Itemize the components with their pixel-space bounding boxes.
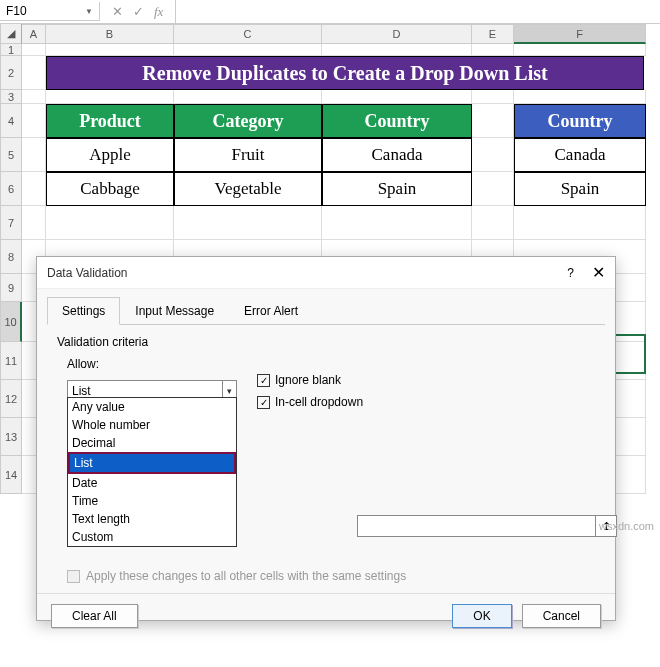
row-header[interactable]: 1	[0, 44, 22, 56]
cell[interactable]: Cabbage	[46, 172, 174, 206]
source-row: ↥	[357, 515, 617, 537]
col-header[interactable]: A	[22, 24, 46, 44]
row-header[interactable]: 4	[0, 104, 22, 138]
select-all-cell[interactable]: ◢	[0, 24, 22, 44]
row-header[interactable]: 12	[0, 380, 22, 418]
cell[interactable]: Apple	[46, 138, 174, 172]
cell[interactable]: Canada	[322, 138, 472, 172]
help-button[interactable]: ?	[567, 266, 574, 280]
apply-checkbox-disabled	[67, 570, 80, 583]
cell[interactable]: Canada	[514, 138, 646, 172]
table-header[interactable]: Product	[46, 104, 174, 138]
table-header[interactable]: Country	[514, 104, 646, 138]
checkbox-checked-icon: ✓	[257, 396, 270, 409]
dialog-titlebar[interactable]: Data Validation ? ✕	[37, 257, 615, 289]
dropdown-item[interactable]: Any value	[68, 398, 236, 416]
row-header[interactable]: 3	[0, 90, 22, 104]
formula-bar: F10 ▼ ✕ ✓ fx	[0, 0, 660, 24]
cancel-button[interactable]: Cancel	[522, 604, 601, 628]
dropdown-item-selected[interactable]: List	[68, 452, 236, 474]
table-header[interactable]: Country	[322, 104, 472, 138]
col-header[interactable]: C	[174, 24, 322, 44]
fx-icon[interactable]: fx	[154, 4, 163, 20]
ok-button[interactable]: OK	[452, 604, 511, 628]
cell[interactable]: Fruit	[174, 138, 322, 172]
checkbox-checked-icon: ✓	[257, 374, 270, 387]
accept-formula-icon[interactable]: ✓	[133, 4, 144, 19]
ignore-blank-checkbox[interactable]: ✓ Ignore blank	[257, 373, 363, 387]
name-box-value: F10	[6, 4, 27, 18]
tab-settings[interactable]: Settings	[47, 297, 120, 325]
dropdown-item[interactable]: Decimal	[68, 434, 236, 452]
table-header[interactable]: Category	[174, 104, 322, 138]
dialog-tabs: Settings Input Message Error Alert	[47, 297, 605, 325]
allow-label: Allow:	[67, 357, 595, 371]
column-headers: A B C D E F	[22, 24, 660, 44]
tab-input-message[interactable]: Input Message	[120, 297, 229, 324]
dialog-body: Validation criteria Allow: List ▾ ✓ Igno…	[37, 325, 615, 593]
row-header[interactable]: 7	[0, 206, 22, 240]
cell[interactable]: Vegetable	[174, 172, 322, 206]
criteria-label: Validation criteria	[57, 335, 595, 349]
dialog-buttons: Clear All OK Cancel	[37, 593, 615, 638]
allow-dropdown-list: Any value Whole number Decimal List Date…	[67, 397, 237, 547]
close-icon[interactable]: ✕	[592, 263, 605, 282]
row-header[interactable]: 2	[0, 56, 22, 90]
allow-value: List	[72, 384, 91, 398]
cell[interactable]: Spain	[322, 172, 472, 206]
watermark: wsxdn.com	[599, 520, 654, 532]
row-header[interactable]: 14	[0, 456, 22, 494]
row-headers: ◢ 1 2 3 4 5 6 7 8 9 10 11 12 13 14	[0, 24, 22, 494]
col-header[interactable]: E	[472, 24, 514, 44]
source-input[interactable]	[357, 515, 596, 537]
row-header[interactable]: 5	[0, 138, 22, 172]
apply-changes-row: Apply these changes to all other cells w…	[67, 569, 595, 583]
ignore-blank-label: Ignore blank	[275, 373, 341, 387]
col-header[interactable]: B	[46, 24, 174, 44]
row-header[interactable]: 8	[0, 240, 22, 274]
incell-dropdown-checkbox[interactable]: ✓ In-cell dropdown	[257, 395, 363, 409]
row-header-active[interactable]: 10	[0, 302, 22, 342]
formula-bar-icons: ✕ ✓ fx	[100, 4, 175, 20]
tab-error-alert[interactable]: Error Alert	[229, 297, 313, 324]
chevron-down-icon[interactable]: ▼	[85, 7, 93, 16]
incell-label: In-cell dropdown	[275, 395, 363, 409]
cell[interactable]: Spain	[514, 172, 646, 206]
dropdown-item[interactable]: Date	[68, 474, 236, 492]
dropdown-item[interactable]: Text length	[68, 510, 236, 528]
title-banner: Remove Duplicates to Create a Drop Down …	[46, 56, 644, 90]
row-header[interactable]: 13	[0, 418, 22, 456]
dropdown-item[interactable]: Custom	[68, 528, 236, 546]
name-box[interactable]: F10 ▼	[0, 2, 100, 21]
dialog-title: Data Validation	[47, 266, 128, 280]
data-validation-dialog: Data Validation ? ✕ Settings Input Messa…	[36, 256, 616, 621]
row-header[interactable]: 9	[0, 274, 22, 302]
dropdown-item[interactable]: Whole number	[68, 416, 236, 434]
row-header[interactable]: 6	[0, 172, 22, 206]
cancel-formula-icon[interactable]: ✕	[112, 4, 123, 19]
col-header[interactable]: D	[322, 24, 472, 44]
apply-label: Apply these changes to all other cells w…	[86, 569, 406, 583]
clear-all-button[interactable]: Clear All	[51, 604, 138, 628]
dropdown-item[interactable]: Time	[68, 492, 236, 510]
col-header-active[interactable]: F	[514, 24, 646, 44]
formula-input[interactable]	[175, 0, 660, 23]
row-header[interactable]: 11	[0, 342, 22, 380]
